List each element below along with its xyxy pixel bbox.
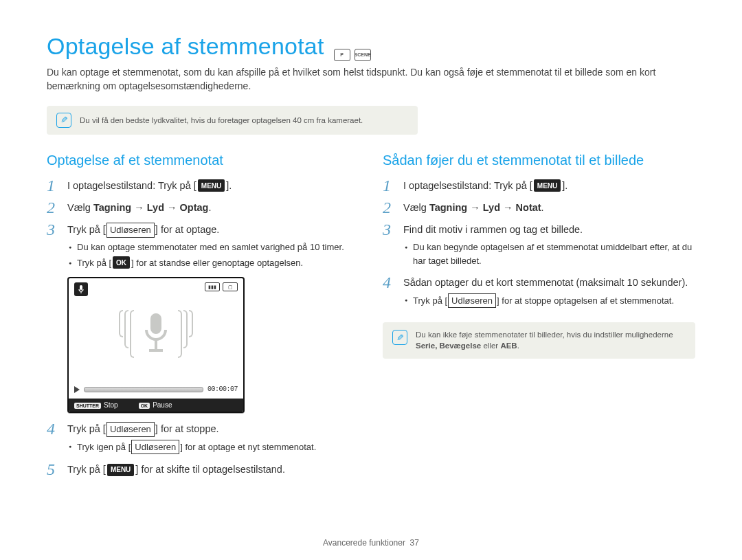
left-step-3: 3 Tryk på [Udløseren] for at optage. Du … — [47, 221, 359, 271]
text: ] for at standse eller genoptage optagel… — [131, 258, 303, 268]
text: Find dit motiv i rammen og tag et billed… — [403, 224, 583, 235]
timestamp: 00:00:07 — [207, 385, 238, 393]
step-body: Tryk på [MENU] for at skifte til optagel… — [67, 460, 285, 478]
svg-rect-0 — [80, 285, 82, 290]
top-right-indicators: ▮▮▮ ▢ — [205, 282, 238, 291]
card-icon: ▢ — [223, 282, 238, 291]
step-number: 1 — [383, 177, 396, 194]
step-number: 3 — [47, 221, 60, 238]
columns: Optagelse af et stemmenotat 1 I optagels… — [47, 153, 695, 483]
mode-scene-icon: SCENE — [355, 49, 371, 61]
text: Du kan ikke føje stemmenotater til bille… — [416, 331, 673, 339]
text: ] for at stoppe. — [155, 423, 219, 434]
right-step-3: 3 Find dit motiv i rammen og tag et bill… — [383, 221, 695, 269]
intro-text: Du kan optage et stemmenotat, som du kan… — [47, 65, 695, 93]
list-item: Du kan optage stemmenotater med en samle… — [67, 240, 344, 254]
note-icon — [56, 113, 71, 128]
label: Stop — [104, 401, 118, 409]
text: I optagelsestilstand: Tryk på [ — [403, 180, 532, 191]
step-body: Vælg Tagning → Lyd → Notat. — [403, 199, 544, 216]
text: I optagelsestilstand: Tryk på [ — [67, 180, 196, 191]
text: Sådan optager du et kort stemmenotat (ma… — [403, 277, 688, 288]
text: Tryk på [ — [67, 423, 106, 434]
text: ]. — [226, 180, 232, 191]
left-step-1: 1 I optagelsestilstand: Tryk på [MENU]. — [47, 177, 359, 194]
step-body: Tryk på [Udløseren] for at optage. Du ka… — [67, 221, 344, 271]
text: Tryk på [ — [67, 464, 106, 475]
page-number: 37 — [410, 538, 419, 548]
shutter-box: Udløseren — [106, 223, 155, 238]
microphone-icon — [139, 311, 172, 357]
step-body: Tryk på [Udløseren] for at stoppe. Tryk … — [67, 420, 316, 456]
step-number: 1 — [47, 177, 60, 194]
right-step-2: 2 Vælg Tagning → Lyd → Notat. — [383, 199, 695, 216]
step-number: 2 — [383, 199, 396, 216]
shutter-box: Udløseren — [106, 422, 155, 437]
text: . — [517, 341, 519, 350]
svg-rect-2 — [150, 313, 161, 334]
right-step-1: 1 I optagelsestilstand: Tryk på [MENU]. — [383, 177, 695, 194]
note-icon — [392, 330, 407, 345]
footer: Avancerede funktioner 37 — [0, 538, 742, 548]
progress-bar — [84, 387, 203, 392]
step-number: 3 — [383, 221, 396, 238]
battery-icon: ▮▮▮ — [205, 282, 220, 291]
text: Tryk på [ — [413, 295, 447, 306]
page: Optagelse af stemmenotat P SCENE Du kan … — [0, 0, 742, 560]
text: Vælg — [67, 202, 93, 213]
text: Tryk på [ — [67, 224, 106, 235]
bold-text: AEB — [500, 341, 517, 350]
text: Tryk på [ — [77, 258, 111, 268]
text: ] for at stoppe optagelsen af et stemmen… — [497, 295, 674, 306]
step-number: 5 — [47, 460, 60, 478]
mic-icon — [74, 282, 88, 296]
sub-bullets: Du kan optage stemmenotater med en samle… — [67, 240, 344, 269]
left-heading: Optagelse af et stemmenotat — [47, 153, 359, 168]
text: ] for at optage. — [155, 224, 220, 235]
step-number: 2 — [47, 199, 60, 216]
step-number: 4 — [383, 273, 396, 291]
text: ]. — [562, 180, 567, 191]
menu-badge: MENU — [198, 179, 225, 192]
step-body: I optagelsestilstand: Tryk på [MENU]. — [67, 177, 232, 194]
mode-p-icon: P — [334, 49, 350, 61]
col-left: Optagelse af et stemmenotat 1 I optagels… — [47, 153, 359, 483]
top-left-icons — [74, 282, 88, 296]
screen-bottom-bar: SHUTTERStop OKPause — [69, 399, 243, 412]
screen-top: ▮▮▮ ▢ — [69, 278, 243, 381]
list-item: Tryk på [Udløseren] for at stoppe optage… — [403, 293, 688, 309]
note-box-right: Du kan ikke føje stemmenotater til bille… — [383, 322, 695, 358]
play-icon — [74, 386, 80, 393]
ok-key-icon: OK — [139, 403, 150, 409]
text: . — [541, 202, 544, 213]
sound-waves-left-icon — [119, 310, 134, 358]
page-title: Optagelse af stemmenotat — [47, 33, 324, 60]
sound-waves-right-icon — [178, 310, 193, 358]
right-heading: Sådan føjer du et stemmenotat til et bil… — [383, 153, 695, 168]
text: Tryk igen på [ — [77, 442, 131, 452]
center-mic — [119, 310, 193, 358]
bold-path: Tagning → Lyd → Optag — [93, 202, 209, 213]
text: eller — [483, 341, 500, 350]
footer-label: Avancerede funktioner — [323, 538, 405, 548]
ok-badge: OK — [113, 256, 130, 269]
sub-bullets: Tryk på [Udløseren] for at stoppe optage… — [403, 293, 688, 309]
shutter-box: Udløseren — [131, 440, 179, 455]
bottom-left: SHUTTERStop — [74, 401, 118, 409]
screen-outer: ▮▮▮ ▢ 00:0 — [67, 277, 245, 413]
text: Vælg — [403, 202, 429, 213]
progress-row: 00:00:07 — [69, 381, 243, 399]
title-row: Optagelse af stemmenotat P SCENE — [47, 33, 695, 60]
mode-icons: P SCENE — [334, 49, 371, 61]
bold-text: Serie, Bevægelse — [416, 341, 483, 350]
camera-screen-illustration: ▮▮▮ ▢ 00:0 — [67, 277, 245, 413]
text: ] for at optage et nyt stemmenotat. — [180, 442, 316, 452]
left-step-2: 2 Vælg Tagning → Lyd → Optag. — [47, 199, 359, 216]
left-step-5: 5 Tryk på [MENU] for at skifte til optag… — [47, 460, 359, 478]
sub-bullets: Tryk igen på [Udløseren] for at optage e… — [67, 440, 316, 455]
sub-bullets: Du kan begynde optagelsen af et stemmeno… — [403, 240, 695, 267]
right-step-4: 4 Sådan optager du et kort stemmenotat (… — [383, 273, 695, 310]
bottom-right: OKPause — [139, 401, 172, 409]
list-item: Tryk på [OK] for at standse eller genopt… — [67, 256, 344, 270]
step-body: Sådan optager du et kort stemmenotat (ma… — [403, 273, 688, 310]
